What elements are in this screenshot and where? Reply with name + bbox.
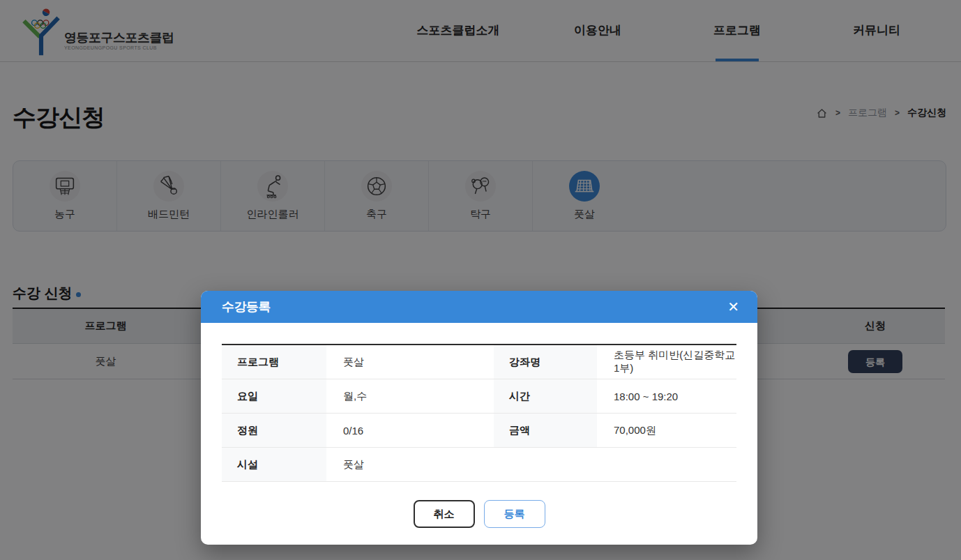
label-course-name: 강좌명: [494, 345, 597, 379]
modal-header: 수강등록 ✕: [201, 291, 757, 323]
label-price: 금액: [494, 414, 597, 448]
submit-button[interactable]: 등록: [484, 500, 545, 528]
value-time: 18:00 ~ 19:20: [597, 379, 736, 414]
label-capacity: 정원: [222, 414, 326, 448]
modal-title: 수강등록: [222, 298, 271, 315]
info-row: 시설 풋살: [222, 448, 736, 482]
page: 영등포구스포츠클럽 YEONGDEUNGPOGU SPORTS CLUB 스포츠…: [0, 0, 961, 560]
close-icon[interactable]: ✕: [727, 300, 739, 314]
info-row: 프로그램 풋살 강좌명 초등부 취미반(신길중학교 1부): [222, 345, 736, 379]
modal-actions: 취소 등록: [222, 500, 736, 528]
value-course-name: 초등부 취미반(신길중학교 1부): [597, 345, 736, 379]
label-time: 시간: [494, 379, 597, 414]
enrollment-modal: 수강등록 ✕ 프로그램 풋살 강좌명 초등부 취미반(신길중학교 1부) 요일 …: [201, 291, 757, 545]
info-row: 정원 0/16 금액 70,000원: [222, 414, 736, 448]
info-row: 요일 월,수 시간 18:00 ~ 19:20: [222, 379, 736, 414]
label-days: 요일: [222, 379, 326, 414]
modal-body: 프로그램 풋살 강좌명 초등부 취미반(신길중학교 1부) 요일 월,수 시간 …: [201, 323, 757, 549]
value-days: 월,수: [326, 379, 494, 414]
course-info-table: 프로그램 풋살 강좌명 초등부 취미반(신길중학교 1부) 요일 월,수 시간 …: [222, 344, 736, 482]
cancel-button[interactable]: 취소: [414, 500, 475, 528]
value-capacity: 0/16: [326, 414, 494, 448]
label-program: 프로그램: [222, 345, 326, 379]
label-facility: 시설: [222, 448, 326, 482]
value-price: 70,000원: [597, 414, 736, 448]
value-facility: 풋살: [326, 448, 736, 482]
value-program: 풋살: [326, 345, 494, 379]
